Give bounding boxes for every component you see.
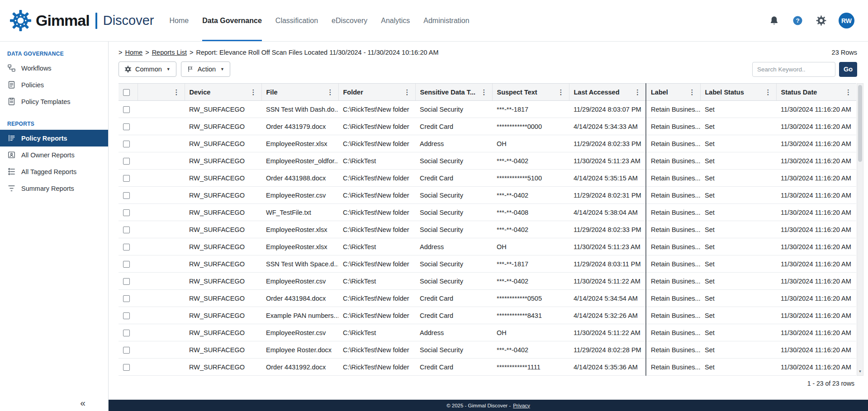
column-menu-icon[interactable]: ⋮ — [634, 89, 641, 95]
row-checkbox[interactable] — [123, 261, 130, 268]
cell-device: RW_SURFACEGO — [185, 187, 261, 204]
row-checkbox[interactable] — [123, 278, 130, 285]
column-menu-icon[interactable]: ⋮ — [558, 89, 564, 95]
sidebar-item-policy-reports[interactable]: Policy Reports — [0, 130, 108, 146]
cell-label-status: Set — [700, 273, 776, 290]
nav-ediscovery[interactable]: eDiscovery — [332, 0, 367, 41]
cell-last-accessed: 4/14/2024 5:35:15 AM — [569, 170, 646, 187]
row-select-cell — [119, 221, 138, 238]
row-checkbox[interactable] — [123, 192, 130, 199]
sidebar-item-policies[interactable]: Policies — [0, 76, 108, 93]
breadcrumb-reports-list-link[interactable]: Reports List — [152, 49, 187, 56]
search-input[interactable] — [752, 62, 835, 77]
row-actions-cell — [138, 187, 185, 204]
sidebar-item-workflows[interactable]: Workflows — [0, 60, 108, 76]
common-dropdown-button[interactable]: Common ▼ — [119, 61, 176, 77]
cell-status-date: 11/30/2024 11:16:20 AM — [776, 152, 856, 170]
row-checkbox[interactable] — [123, 141, 130, 147]
cell-last-accessed: 11/30/2024 5:11:22 AM — [569, 324, 646, 341]
row-checkbox[interactable] — [123, 330, 130, 336]
user-avatar[interactable]: RW — [839, 13, 854, 28]
cell-folder: C:\RickTest — [338, 324, 415, 341]
row-select-cell — [119, 170, 138, 187]
cell-label: Retain Busines... — [646, 152, 700, 170]
page-footer: © 2025 - Gimmal Discover - Privacy — [109, 400, 868, 411]
row-checkbox[interactable] — [123, 227, 130, 233]
cell-last-accessed: 4/14/2024 5:32:26 AM — [569, 307, 646, 324]
action-dropdown-button[interactable]: Action ▼ — [181, 61, 230, 77]
cell-status-date: 11/30/2024 11:16:20 AM — [776, 341, 856, 359]
sidebar-item-all-owner-reports[interactable]: All Owner Reports — [0, 146, 108, 163]
nav-analytics[interactable]: Analytics — [381, 0, 410, 41]
toolbar: Common ▼ Action ▼ Go — [119, 61, 863, 77]
breadcrumb-home-link[interactable]: Home — [125, 49, 142, 56]
row-checkbox[interactable] — [123, 312, 130, 319]
cell-folder: C:\RickTest\New folder — [338, 204, 415, 221]
cell-last-accessed: 11/30/2024 5:11:23 AM — [569, 152, 646, 170]
row-actions-cell — [138, 359, 185, 376]
column-menu-icon[interactable]: ⋮ — [845, 89, 852, 95]
cell-label-status: Set — [700, 170, 776, 187]
column-menu-icon[interactable]: ⋮ — [250, 89, 257, 95]
scrollbar-thumb[interactable] — [858, 85, 862, 162]
brand: Gimmal Discover — [10, 10, 154, 31]
cell-label-status: Set — [700, 187, 776, 204]
column-menu-icon[interactable]: ⋮ — [689, 89, 696, 95]
table-row: RW_SURFACEGO EmployeeRoster.csv C:\RickT… — [119, 273, 856, 290]
nav-data-governance[interactable]: Data Governance — [202, 0, 262, 41]
cell-file: EmployeeRoster.xlsx — [261, 221, 338, 238]
cell-device: RW_SURFACEGO — [185, 307, 261, 324]
search-area: Go — [752, 62, 863, 77]
row-checkbox[interactable] — [123, 364, 130, 371]
row-checkbox[interactable] — [123, 158, 130, 165]
select-all-header-cell — [119, 84, 138, 101]
column-menu-icon[interactable]: ⋮ — [404, 89, 411, 95]
cell-device: RW_SURFACEGO — [185, 324, 261, 341]
sidebar-item-label: All Owner Reports — [21, 151, 75, 159]
sidebar-item-summary-reports[interactable]: Summary Reports — [0, 180, 108, 197]
table-row: RW_SURFACEGO EmployeeRoster.csv C:\RickT… — [119, 187, 856, 204]
row-checkbox[interactable] — [123, 106, 130, 113]
cell-status-date: 11/30/2024 11:16:20 AM — [776, 101, 856, 118]
cell-folder: C:\RickTest\New folder — [338, 307, 415, 324]
row-select-cell — [119, 359, 138, 376]
scrollbar-down-arrow[interactable]: ▼ — [857, 368, 863, 375]
row-checkbox[interactable] — [123, 123, 130, 130]
row-checkbox[interactable] — [123, 175, 130, 182]
cell-label: Retain Busines... — [646, 290, 700, 307]
cell-status-date: 11/30/2024 11:16:20 AM — [776, 290, 856, 307]
cell-device: RW_SURFACEGO — [185, 101, 261, 118]
cell-suspect-text: ************8431 — [492, 307, 569, 324]
sidebar-item-policy-templates[interactable]: Policy Templates — [0, 93, 108, 110]
cell-folder: C:\RickTest\New folder — [338, 359, 415, 376]
settings-gear-icon[interactable] — [815, 15, 827, 27]
nav-administration[interactable]: Administration — [423, 0, 469, 41]
help-icon[interactable]: ? — [792, 15, 803, 27]
column-menu-icon[interactable]: ⋮ — [327, 89, 334, 95]
privacy-link[interactable]: Privacy — [513, 403, 530, 408]
nav-classification[interactable]: Classification — [275, 0, 318, 41]
row-actions-cell — [138, 135, 185, 152]
breadcrumb-separator: > — [119, 49, 122, 56]
notifications-bell-icon[interactable] — [768, 15, 780, 27]
cell-label: Retain Busines... — [646, 238, 700, 255]
table-scrollbar[interactable]: ▼ — [857, 83, 863, 376]
cell-file: Order 4431988.docx — [261, 170, 338, 187]
row-checkbox[interactable] — [123, 347, 130, 354]
cell-device: RW_SURFACEGO — [185, 273, 261, 290]
table-row: RW_SURFACEGO SSN Test With Dash.do... C:… — [119, 101, 856, 118]
row-checkbox[interactable] — [123, 209, 130, 216]
row-checkbox[interactable] — [123, 295, 130, 302]
column-label: Sensitive Data T... — [420, 89, 476, 96]
nav-home[interactable]: Home — [170, 0, 189, 41]
select-all-checkbox[interactable] — [123, 89, 130, 96]
cell-suspect-text: ***-**-0402 — [492, 273, 569, 290]
sidebar-collapse-button[interactable]: « — [80, 397, 85, 408]
footer-copyright: © 2025 - Gimmal Discover - — [446, 403, 511, 408]
go-button[interactable]: Go — [839, 62, 857, 77]
column-menu-icon[interactable]: ⋮ — [765, 89, 772, 95]
column-menu-icon[interactable]: ⋮ — [481, 89, 488, 95]
column-menu-icon[interactable]: ⋮ — [173, 89, 180, 95]
row-checkbox[interactable] — [123, 244, 130, 250]
sidebar-item-all-tagged-reports[interactable]: All Tagged Reports — [0, 163, 108, 180]
